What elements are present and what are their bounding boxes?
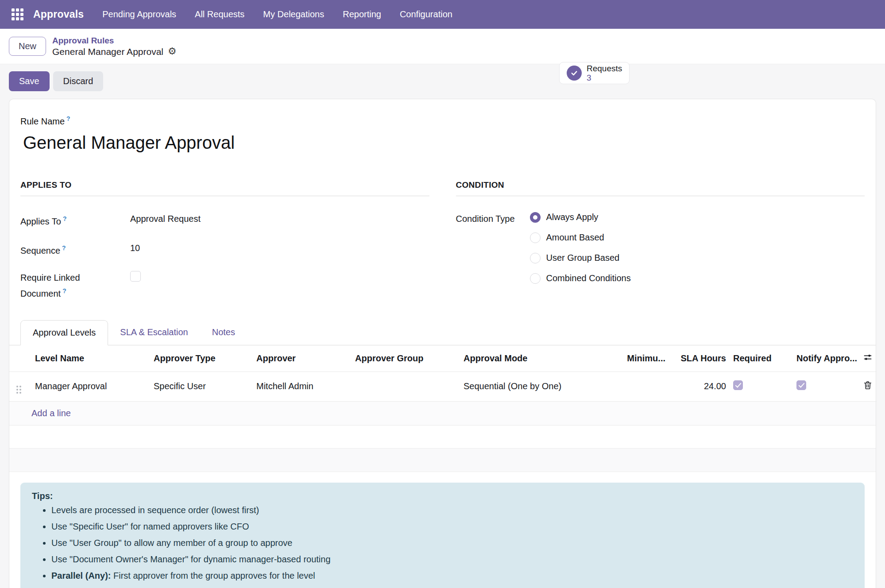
control-panel: New Approval Rules General Manager Appro…	[0, 29, 885, 64]
requests-smart-button[interactable]: Requests 3	[559, 62, 630, 84]
main-menu: Pending Approvals All Requests My Delega…	[102, 9, 452, 19]
radio-user-group-based[interactable]: User Group Based	[530, 253, 631, 263]
menu-pending-approvals[interactable]: Pending Approvals	[102, 9, 176, 19]
col-approver-group: Approver Group	[352, 345, 460, 372]
tip-item: Use "Specific User" for named approvers …	[51, 521, 853, 533]
require-linked-document-checkbox[interactable]	[130, 271, 141, 282]
breadcrumb: Approval Rules General Manager Approval …	[52, 35, 177, 58]
rule-name-label: Rule Name?	[20, 115, 865, 127]
discard-button[interactable]: Discard	[53, 71, 104, 91]
cell-level-name[interactable]: Manager Approval	[31, 371, 150, 401]
apps-grid-icon[interactable]	[12, 8, 23, 20]
condition-type-label: Condition Type	[456, 212, 530, 225]
col-required: Required	[730, 345, 793, 372]
col-approver: Approver	[253, 345, 352, 372]
menu-all-requests[interactable]: All Requests	[195, 9, 244, 19]
condition-section-title: CONDITION	[456, 180, 865, 196]
tab-approval-levels[interactable]: Approval Levels	[20, 320, 108, 345]
applies-to-label: Applies To?	[20, 212, 130, 228]
optional-columns-button[interactable]	[859, 345, 877, 372]
breadcrumb-current-title: General Manager Approval	[52, 46, 163, 58]
gear-icon[interactable]: ⚙	[168, 46, 177, 56]
handle-column-header	[9, 345, 31, 372]
cell-minimum[interactable]	[611, 371, 669, 401]
row-drag-handle[interactable]	[9, 371, 31, 401]
save-button[interactable]: Save	[9, 71, 50, 91]
notebook-tabs: Approval Levels SLA & Escalation Notes	[9, 320, 876, 345]
cell-required	[730, 371, 793, 401]
tips-list: Levels are processed in sequence order (…	[32, 504, 853, 588]
table-row: Manager Approval Specific User Mitchell …	[9, 371, 877, 401]
tab-sla-escalation[interactable]: SLA & Escalation	[108, 320, 200, 345]
col-sla-hours: SLA Hours	[669, 345, 730, 372]
applies-to-field[interactable]: Approval Request	[130, 212, 201, 225]
sequence-label: Sequence?	[20, 241, 130, 257]
table-header-row: Level Name Approver Type Approver Approv…	[9, 345, 877, 372]
requests-label: Requests	[587, 64, 622, 73]
cell-approver-type[interactable]: Specific User	[150, 371, 253, 401]
col-approval-mode: Approval Mode	[460, 345, 611, 372]
add-a-line-link[interactable]: Add a line	[9, 402, 876, 426]
rule-name-input[interactable]: General Manager Approval	[23, 133, 865, 153]
radio-icon	[530, 253, 541, 263]
tip-item: Parallel (All): All approvers (or minimu…	[51, 586, 853, 588]
radio-icon	[530, 212, 541, 223]
menu-reporting[interactable]: Reporting	[343, 9, 381, 19]
empty-table-row	[9, 426, 876, 449]
empty-table-row	[9, 449, 876, 472]
adjust-columns-icon	[863, 352, 873, 362]
cell-approver-group[interactable]	[352, 371, 460, 401]
cell-approval-mode[interactable]: Sequential (One by One)	[460, 371, 611, 401]
tips-title: Tips:	[32, 491, 853, 501]
tip-item: Use "Document Owner's Manager" for dynam…	[51, 553, 853, 565]
tip-item: Parallel (Any): First approver from the …	[51, 570, 853, 582]
applies-to-group: APPLIES TO Applies To? Approval Request …	[20, 180, 429, 314]
required-checkbox[interactable]	[733, 380, 743, 390]
sequence-field[interactable]: 10	[130, 241, 140, 255]
help-icon[interactable]: ?	[62, 244, 66, 251]
menu-my-delegations[interactable]: My Delegations	[263, 9, 324, 19]
condition-type-radio-group: Always Apply Amount Based User Group Bas…	[530, 212, 631, 294]
top-navbar: Approvals Pending Approvals All Requests…	[0, 0, 885, 29]
radio-always-apply[interactable]: Always Apply	[530, 212, 631, 223]
tip-item: Levels are processed in sequence order (…	[51, 504, 853, 516]
breadcrumb-parent-link[interactable]: Approval Rules	[52, 35, 177, 46]
check-circle-icon	[567, 66, 582, 81]
tips-box: Tips: Levels are processed in sequence o…	[20, 483, 865, 588]
col-minimum: Minimu...	[611, 345, 669, 372]
col-notify-approver: Notify Appro...	[793, 345, 859, 372]
approval-levels-table: Level Name Approver Type Approver Approv…	[9, 345, 877, 402]
requests-count: 3	[587, 73, 622, 82]
condition-group: CONDITION Condition Type Always Apply Am…	[456, 180, 865, 314]
cell-notify	[793, 371, 859, 401]
cell-delete	[859, 371, 877, 401]
radio-icon	[530, 273, 541, 284]
trash-icon	[863, 380, 873, 390]
cell-sla-hours[interactable]: 24.00	[669, 371, 730, 401]
require-linked-document-label: Require Linked Document?	[20, 271, 130, 300]
action-row: Save Discard	[0, 64, 885, 99]
radio-amount-based[interactable]: Amount Based	[530, 232, 631, 243]
tip-item: Use "User Group" to allow any member of …	[51, 537, 853, 549]
drag-handle-icon	[16, 386, 21, 394]
new-button[interactable]: New	[9, 37, 46, 56]
cell-approver[interactable]: Mitchell Admin	[253, 371, 352, 401]
app-name[interactable]: Approvals	[33, 8, 84, 20]
help-icon[interactable]: ?	[63, 215, 67, 222]
notify-checkbox[interactable]	[796, 380, 806, 390]
radio-icon	[530, 232, 541, 243]
form-sheet: Rule Name? General Manager Approval APPL…	[9, 99, 876, 588]
applies-to-section-title: APPLIES TO	[20, 180, 429, 196]
radio-combined-conditions[interactable]: Combined Conditions	[530, 273, 631, 284]
help-icon[interactable]: ?	[66, 115, 70, 122]
col-approver-type: Approver Type	[150, 345, 253, 372]
col-level-name: Level Name	[31, 345, 150, 372]
help-icon[interactable]: ?	[62, 287, 66, 294]
tab-notes[interactable]: Notes	[200, 320, 247, 345]
delete-row-button[interactable]	[863, 380, 873, 391]
menu-configuration[interactable]: Configuration	[400, 9, 452, 19]
